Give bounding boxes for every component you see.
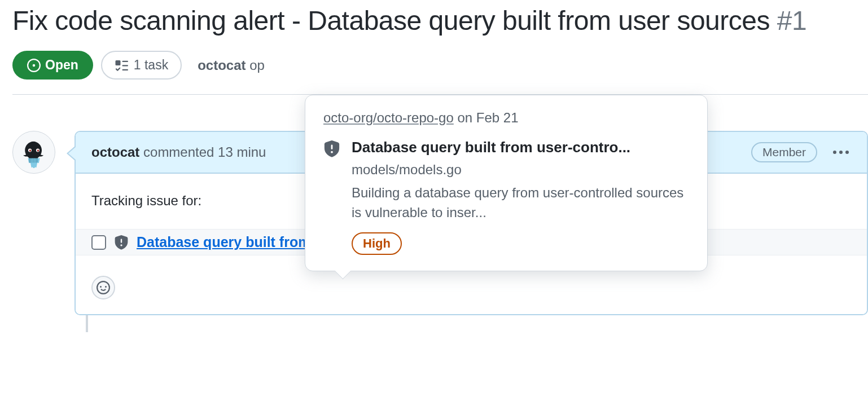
issue-title-text: Fix code scanning alert - Database query… bbox=[12, 6, 770, 36]
issue-number: #1 bbox=[777, 6, 806, 36]
kebab-menu-button[interactable] bbox=[831, 148, 851, 156]
comment-author[interactable]: octocat bbox=[91, 144, 139, 160]
hovercard-content: Database query built from user-contro...… bbox=[352, 138, 689, 255]
task-checkbox[interactable] bbox=[91, 235, 106, 250]
hovercard-file-path: models/models.go bbox=[352, 162, 689, 178]
comment-action-text: commented 13 minu bbox=[139, 144, 266, 160]
hovercard-description: Building a database query from user-con­… bbox=[352, 183, 689, 223]
meta-author[interactable]: octocat bbox=[198, 58, 246, 73]
hovercard-repo-row: octo-org/octo-repo-go on Feb 21 bbox=[323, 110, 689, 126]
tasks-count: 1 task bbox=[134, 58, 168, 73]
tasklist-icon bbox=[115, 59, 128, 72]
alert-hovercard: octo-org/octo-repo-go on Feb 21 Database… bbox=[305, 95, 708, 271]
state-open-badge: Open bbox=[12, 51, 93, 80]
shield-icon bbox=[114, 235, 129, 250]
hovercard-main: Database query built from user-contro...… bbox=[323, 138, 689, 255]
kebab-dot-icon bbox=[833, 151, 836, 154]
state-label: Open bbox=[45, 58, 78, 73]
hovercard-repo-link[interactable]: octo-org/octo-repo-go bbox=[323, 110, 454, 125]
comment-header-text: octocat commented 13 minu bbox=[91, 144, 266, 160]
add-reaction-button[interactable] bbox=[91, 276, 115, 299]
member-badge: Member bbox=[751, 142, 817, 162]
kebab-dot-icon bbox=[845, 151, 849, 154]
shield-icon bbox=[323, 140, 340, 157]
svg-point-3 bbox=[29, 150, 32, 152]
meta-action-text: op bbox=[246, 58, 265, 73]
comment-header-actions: Member bbox=[751, 142, 851, 162]
svg-point-4 bbox=[37, 150, 40, 152]
kebab-dot-icon bbox=[839, 151, 843, 154]
issue-opened-by: octocat op bbox=[198, 58, 265, 73]
severity-high-badge: High bbox=[352, 232, 402, 255]
octocat-icon bbox=[18, 136, 50, 168]
issue-meta-row: Open 1 task octocat op bbox=[12, 51, 868, 95]
smiley-icon bbox=[97, 281, 110, 294]
hovercard-alert-title: Database query built from user-contro... bbox=[352, 138, 689, 157]
tasks-badge[interactable]: 1 task bbox=[101, 51, 182, 80]
timeline-connector bbox=[86, 315, 88, 332]
issue-title: Fix code scanning alert - Database query… bbox=[12, 0, 868, 38]
hovercard-date: on Feb 21 bbox=[454, 110, 519, 125]
avatar[interactable] bbox=[12, 131, 55, 174]
issue-open-icon bbox=[27, 59, 41, 72]
